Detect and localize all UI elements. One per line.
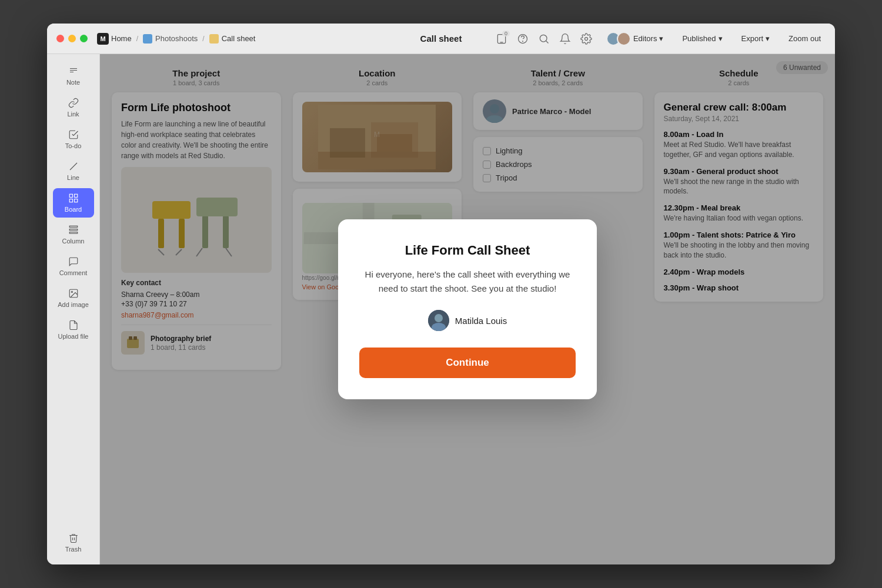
sidebar-item-column-label: Column: [62, 238, 85, 245]
callsheet-icon: [209, 34, 219, 44]
photoshoots-icon: [143, 34, 152, 44]
sidebar-item-todo[interactable]: To-do: [53, 125, 94, 154]
sidebar-item-line-label: Line: [67, 174, 79, 181]
sidebar: Note Link To-do Line Board Column: [47, 54, 100, 564]
breadcrumb-photoshoots-label: Photoshoots: [155, 34, 198, 43]
sidebar-item-note[interactable]: Note: [53, 61, 94, 91]
bell-icon[interactable]: [559, 33, 571, 45]
title-bar: M Home / Photoshoots / Call sheet Call s…: [47, 24, 835, 54]
modal-overlay: Life Form Call Sheet Hi everyone, here's…: [100, 54, 835, 564]
export-chevron: ▾: [766, 34, 770, 43]
svg-rect-11: [74, 199, 77, 202]
breadcrumb-callsheet-label: Call sheet: [222, 34, 256, 43]
sidebar-item-add-image[interactable]: Add image: [53, 283, 94, 313]
breadcrumb-home-label: Home: [111, 34, 132, 43]
sidebar-item-link-label: Link: [67, 111, 79, 118]
svg-rect-9: [74, 194, 77, 197]
minimize-button[interactable]: [68, 35, 76, 42]
editors-button[interactable]: Editors ▾: [602, 29, 668, 48]
sidebar-item-column[interactable]: Column: [53, 220, 94, 249]
breadcrumb-sep-2: /: [202, 35, 204, 43]
sidebar-item-comment-label: Comment: [59, 269, 88, 276]
svg-rect-14: [69, 232, 78, 233]
modal-body: Hi everyone, here's the call sheet with …: [359, 268, 576, 296]
export-button[interactable]: Export ▾: [737, 32, 775, 45]
sidebar-item-upload-file-label: Upload file: [58, 333, 89, 340]
svg-line-5: [546, 41, 549, 43]
breadcrumb-sep-1: /: [136, 35, 138, 43]
board-area: 6 Unwanted The project 1 board, 3 cards …: [100, 54, 835, 564]
modal-author-name: Matilda Louis: [455, 316, 507, 326]
sidebar-item-add-image-label: Add image: [58, 301, 89, 308]
breadcrumb-callsheet[interactable]: Call sheet: [209, 34, 256, 44]
tablet-icon[interactable]: 0: [496, 33, 507, 45]
help-icon[interactable]: [517, 33, 529, 45]
zoom-out-button[interactable]: Zoom out: [784, 32, 826, 45]
breadcrumb-home[interactable]: M Home: [97, 33, 132, 45]
sidebar-item-note-label: Note: [66, 79, 80, 86]
published-label: Published: [682, 34, 716, 43]
editor-avatar-2: [617, 32, 631, 46]
tablet-badge: 0: [502, 31, 510, 36]
svg-rect-12: [69, 226, 78, 227]
svg-rect-10: [69, 199, 72, 202]
settings-icon[interactable]: [580, 33, 592, 45]
modal-avatar: [428, 310, 449, 331]
svg-point-16: [71, 291, 72, 292]
svg-line-7: [70, 163, 77, 170]
sidebar-item-line[interactable]: Line: [53, 156, 94, 186]
close-button[interactable]: [56, 35, 64, 42]
title-bar-right: 0 Editors ▾ Publ: [496, 29, 826, 48]
sidebar-item-board-label: Board: [65, 206, 82, 213]
svg-rect-13: [69, 229, 78, 230]
export-label: Export: [741, 34, 764, 43]
editors-chevron: ▾: [659, 34, 663, 43]
breadcrumb: M Home / Photoshoots / Call sheet: [97, 33, 255, 45]
modal-author: Matilda Louis: [359, 310, 576, 331]
sidebar-item-board[interactable]: Board: [53, 188, 94, 218]
continue-button[interactable]: Continue: [359, 348, 576, 378]
svg-point-4: [540, 35, 547, 42]
svg-point-49: [435, 314, 443, 322]
traffic-lights: [56, 35, 88, 42]
breadcrumb-photoshoots[interactable]: Photoshoots: [143, 34, 198, 44]
app-window: M Home / Photoshoots / Call sheet Call s…: [47, 24, 835, 564]
page-title: Call sheet: [420, 34, 462, 44]
trash-label: Trash: [65, 546, 82, 553]
editors-label: Editors: [633, 34, 657, 43]
app-icon: M: [97, 33, 109, 45]
sidebar-item-upload-file[interactable]: Upload file: [53, 315, 94, 345]
svg-point-6: [584, 37, 587, 40]
sidebar-trash[interactable]: Trash: [53, 528, 94, 557]
published-chevron: ▾: [719, 34, 723, 43]
maximize-button[interactable]: [80, 35, 88, 42]
search-icon[interactable]: [538, 33, 550, 45]
sidebar-item-comment[interactable]: Comment: [53, 252, 94, 281]
sidebar-item-link[interactable]: Link: [53, 93, 94, 122]
published-button[interactable]: Published ▾: [677, 32, 727, 45]
modal: Life Form Call Sheet Hi everyone, here's…: [338, 219, 597, 399]
zoom-out-label: Zoom out: [789, 34, 821, 43]
svg-rect-8: [69, 194, 72, 197]
main-content: Note Link To-do Line Board Column: [47, 54, 835, 564]
modal-title: Life Form Call Sheet: [359, 243, 576, 258]
sidebar-item-todo-label: To-do: [65, 142, 82, 149]
svg-point-3: [523, 41, 523, 41]
